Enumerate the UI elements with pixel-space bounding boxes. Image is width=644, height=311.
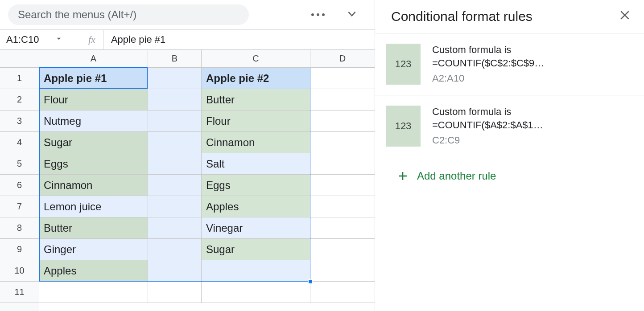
col-header-C[interactable]: C [202, 50, 310, 67]
cell-B3[interactable] [148, 110, 202, 132]
fill-handle[interactable] [308, 279, 313, 284]
cell-D11[interactable] [310, 282, 375, 303]
cell-B9[interactable] [148, 239, 202, 260]
row-header[interactable]: 7 [0, 196, 39, 217]
menu-search[interactable]: Search the menus (Alt+/) [8, 4, 249, 25]
cell-C8[interactable]: Vinegar [202, 217, 310, 239]
cell-D8[interactable] [310, 217, 375, 239]
cell-B7[interactable] [148, 196, 202, 217]
cell-D2[interactable] [310, 89, 375, 110]
formula-content[interactable]: Apple pie #1 [104, 34, 173, 45]
cell-A7[interactable]: Lemon juice [39, 196, 148, 217]
app-root: Search the menus (Alt+/) A1:C10 fx Apple… [0, 0, 644, 311]
name-box[interactable]: A1:C10 [0, 30, 80, 49]
grid-row: Apples [39, 260, 375, 282]
rule-line1: Custom formula is [432, 43, 544, 57]
row-header[interactable]: 1 [0, 68, 39, 89]
cell-D5[interactable] [310, 153, 375, 175]
formula-bar: A1:C10 fx Apple pie #1 [0, 29, 375, 50]
col-header-A[interactable]: A [39, 50, 148, 67]
format-rule[interactable]: 123Custom formula is=COUNTIF($C$2:$C$9…A… [375, 33, 644, 95]
row-header[interactable]: 8 [0, 217, 39, 239]
grid-area: 1234567891011 Apple pie #1Apple pie #2Fl… [0, 68, 375, 311]
add-rule-label: Add another rule [417, 170, 496, 182]
cell-B1[interactable] [148, 68, 202, 89]
rule-swatch: 123 [386, 44, 421, 85]
row-header[interactable]: 4 [0, 132, 39, 153]
cell-B4[interactable] [148, 132, 202, 153]
main-area: Search the menus (Alt+/) A1:C10 fx Apple… [0, 0, 375, 311]
format-rule[interactable]: 123Custom formula is=COUNTIF($A$2:$A$1…C… [375, 95, 644, 157]
rule-text: Custom formula is=COUNTIF($C$2:$C$9…A2:A… [432, 43, 544, 85]
cell-D9[interactable] [310, 239, 375, 260]
row-headers: 1234567891011 [0, 68, 39, 311]
cell-A1[interactable]: Apple pie #1 [39, 68, 148, 89]
row-header[interactable]: 2 [0, 89, 39, 110]
fx-icon: fx [80, 30, 104, 49]
grid-row: FlourButter [39, 89, 375, 110]
cell-C6[interactable]: Eggs [202, 175, 310, 196]
cell-A5[interactable]: Eggs [39, 153, 148, 175]
cell-D3[interactable] [310, 110, 375, 132]
row-header[interactable]: 10 [0, 260, 39, 282]
cell-B5[interactable] [148, 153, 202, 175]
cell-C11[interactable] [202, 282, 310, 303]
search-placeholder: Search the menus (Alt+/) [18, 8, 136, 21]
grid-row: NutmegFlour [39, 110, 375, 132]
cell-A2[interactable]: Flour [39, 89, 148, 110]
cell-A9[interactable]: Ginger [39, 239, 148, 260]
rule-range: A2:A10 [432, 72, 544, 85]
cell-A3[interactable]: Nutmeg [39, 110, 148, 132]
rules-list: 123Custom formula is=COUNTIF($C$2:$C$9…A… [375, 33, 644, 157]
rule-range: C2:C9 [432, 134, 543, 147]
cell-A4[interactable]: Sugar [39, 132, 148, 153]
select-all-corner[interactable] [0, 50, 39, 68]
cell-D4[interactable] [310, 132, 375, 153]
column-headers: A B C D [39, 50, 375, 68]
cell-D1[interactable] [310, 68, 375, 89]
row-header[interactable]: 11 [0, 282, 39, 303]
cell-B11[interactable] [148, 282, 202, 303]
cell-B2[interactable] [148, 89, 202, 110]
cell-B10[interactable] [148, 260, 202, 282]
cell-B8[interactable] [148, 217, 202, 239]
grid-row: GingerSugar [39, 239, 375, 260]
add-rule-button[interactable]: Add another rule [375, 157, 644, 193]
cell-C7[interactable]: Apples [202, 196, 310, 217]
cell-D10[interactable] [310, 260, 375, 282]
name-box-value: A1:C10 [6, 34, 39, 45]
cell-A6[interactable]: Cinnamon [39, 175, 148, 196]
dropdown-icon[interactable] [55, 34, 63, 45]
sidebar-title: Conditional format rules [391, 9, 533, 24]
grid-row: CinnamonEggs [39, 175, 375, 196]
chevron-down-icon[interactable] [346, 8, 358, 21]
more-icon[interactable] [311, 13, 325, 16]
cell-C9[interactable]: Sugar [202, 239, 310, 260]
cell-A10[interactable]: Apples [39, 260, 148, 282]
cell-C5[interactable]: Salt [202, 153, 310, 175]
row-header[interactable]: 3 [0, 110, 39, 132]
cell-D7[interactable] [310, 196, 375, 217]
close-icon[interactable] [619, 9, 631, 24]
cells-area[interactable]: Apple pie #1Apple pie #2FlourButterNutme… [39, 68, 375, 311]
col-header-B[interactable]: B [148, 50, 202, 67]
row-header[interactable]: 6 [0, 175, 39, 196]
col-header-D[interactable]: D [310, 50, 375, 67]
cell-A8[interactable]: Butter [39, 217, 148, 239]
cell-C1[interactable]: Apple pie #2 [202, 68, 310, 89]
cell-C10[interactable] [202, 260, 310, 282]
cell-B6[interactable] [148, 175, 202, 196]
rule-line1: Custom formula is [432, 105, 543, 119]
rule-text: Custom formula is=COUNTIF($A$2:$A$1…C2:C… [432, 105, 543, 147]
grid-row: Apple pie #1Apple pie #2 [39, 68, 375, 89]
row-header[interactable]: 9 [0, 239, 39, 260]
row-header[interactable]: 5 [0, 153, 39, 175]
cell-C4[interactable]: Cinnamon [202, 132, 310, 153]
cell-D6[interactable] [310, 175, 375, 196]
toolbar-extra [311, 8, 358, 21]
rule-line2: =COUNTIF($C$2:$C$9… [432, 57, 544, 70]
cell-A11[interactable] [39, 282, 148, 303]
cell-C3[interactable]: Flour [202, 110, 310, 132]
cell-C2[interactable]: Butter [202, 89, 310, 110]
conditional-format-sidebar: Conditional format rules 123Custom formu… [375, 0, 644, 311]
